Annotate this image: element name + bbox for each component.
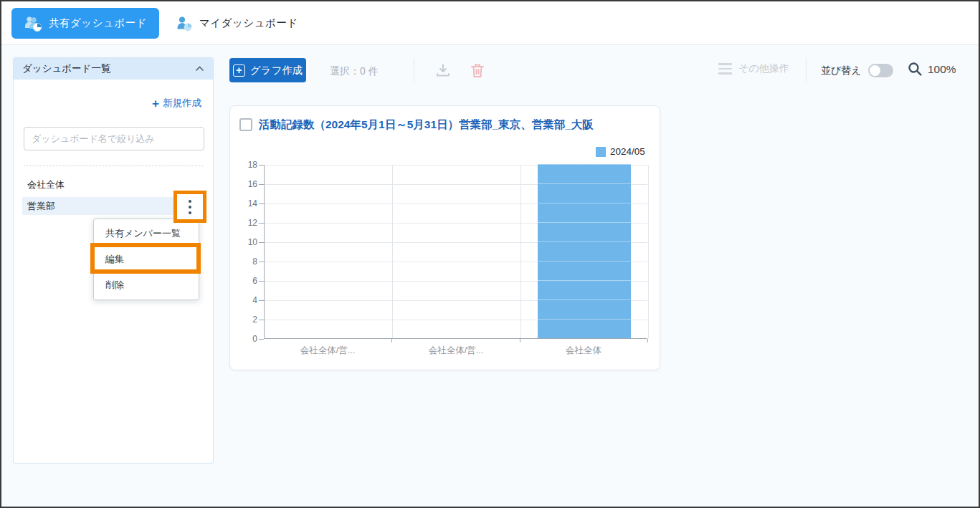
new-dashboard-label: 新規作成 — [163, 97, 201, 110]
sort-toggle[interactable] — [868, 64, 893, 77]
other-actions-label: その他操作 — [738, 62, 789, 75]
toolbar-divider — [414, 59, 414, 82]
bar-会社全体[interactable] — [538, 164, 631, 338]
dashboard-list-title: ダッシュボード一覧 — [22, 62, 110, 75]
bar-chart-plot — [264, 165, 647, 339]
y-tick-label: 6 — [232, 276, 257, 286]
tab-my-dashboard[interactable]: マイダッシュボード — [162, 8, 310, 39]
y-tick-mark — [259, 242, 264, 243]
sort-control: 並び替え — [821, 64, 893, 77]
app-window: 共有ダッシュボード マイダッシュボード ダッシュボード一覧 — [0, 0, 980, 508]
my-dashboard-icon — [174, 15, 193, 32]
legend-label: 2024/05 — [610, 146, 645, 157]
other-actions-button[interactable]: その他操作 — [718, 62, 789, 75]
x-category-label: 会社全体 — [566, 345, 601, 357]
shared-dashboard-icon — [24, 15, 42, 32]
grid-line-vertical — [520, 165, 521, 338]
chart-card-checkbox[interactable] — [239, 118, 252, 131]
hamburger-icon — [718, 63, 732, 75]
y-tick-mark — [259, 281, 264, 282]
zoom-value: 100% — [928, 63, 956, 76]
grid-line-vertical — [648, 165, 649, 338]
create-graph-button[interactable]: + グラフ作成 — [229, 58, 306, 82]
y-tick-label: 12 — [232, 218, 257, 228]
y-tick-mark — [259, 339, 264, 340]
y-tick-label: 16 — [232, 179, 257, 189]
x-category-label: 会社全体/営... — [300, 345, 355, 357]
zoom-control: 100% — [908, 62, 956, 77]
plus-square-icon: + — [233, 64, 245, 77]
menu-item-delete[interactable]: 削除 — [94, 272, 199, 298]
x-tick-mark — [647, 339, 648, 342]
create-graph-label: グラフ作成 — [250, 64, 303, 77]
y-tick-label: 14 — [232, 198, 257, 209]
x-category-label: 会社全体/営... — [429, 345, 483, 357]
menu-item-edit[interactable]: 編集 — [94, 246, 199, 272]
chart-card: 活動記録数（2024年5月1日～5月31日）営業部_東京、営業部_大阪 2024… — [229, 105, 660, 370]
menu-item-shared-members[interactable]: 共有メンバー一覧 — [94, 221, 199, 246]
magnifier-icon[interactable] — [908, 62, 923, 77]
y-tick-mark — [259, 300, 264, 301]
y-tick-label: 0 — [232, 334, 257, 344]
y-tick-label: 18 — [232, 160, 257, 170]
y-tick-mark — [259, 184, 264, 185]
legend-swatch — [596, 147, 606, 157]
download-icon[interactable] — [434, 62, 452, 79]
item-options-kebab-button[interactable] — [173, 191, 206, 223]
y-tick-mark — [259, 223, 264, 224]
y-tick-mark — [259, 165, 264, 166]
toolbar-divider — [806, 59, 807, 82]
chevron-up-icon[interactable] — [195, 66, 204, 72]
x-tick-mark — [520, 339, 520, 342]
tab-my-dashboard-label: マイダッシュボード — [199, 16, 298, 30]
plus-icon: + — [152, 97, 159, 110]
y-tick-mark — [259, 203, 264, 204]
toggle-knob — [870, 65, 880, 76]
dashboard-list-header: ダッシュボード一覧 — [14, 58, 213, 80]
grid-line-vertical — [392, 165, 393, 338]
y-tick-mark — [259, 262, 264, 262]
dashboard-filter-input[interactable] — [24, 127, 204, 150]
tab-shared-dashboard-label: 共有ダッシュボード — [49, 16, 147, 30]
sort-label: 並び替え — [821, 64, 862, 77]
top-tab-bar: 共有ダッシュボード マイダッシュボード — [1, 1, 979, 45]
y-tick-mark — [259, 320, 264, 320]
tab-shared-dashboard[interactable]: 共有ダッシュボード — [11, 8, 159, 39]
group-label-company: 会社全体 — [27, 178, 65, 191]
x-tick-mark — [391, 339, 392, 342]
sidebar-divider — [24, 166, 203, 166]
trash-icon[interactable] — [469, 62, 486, 79]
y-tick-label: 2 — [232, 315, 257, 325]
dashboard-item-label: 営業部 — [22, 200, 55, 213]
y-tick-label: 8 — [232, 257, 257, 267]
chart-card-title[interactable]: 活動記録数（2024年5月1日～5月31日）営業部_東京、営業部_大阪 — [259, 118, 594, 133]
selection-count-label: 選択：0 件 — [330, 65, 379, 78]
y-tick-label: 4 — [232, 295, 257, 305]
new-dashboard-button[interactable]: + 新規作成 — [152, 97, 201, 110]
y-tick-label: 10 — [232, 237, 257, 247]
dashboard-context-menu: 共有メンバー一覧 編集 削除 — [93, 219, 199, 300]
kebab-vertical-icon — [189, 200, 191, 214]
chart-legend: 2024/05 — [596, 146, 645, 157]
